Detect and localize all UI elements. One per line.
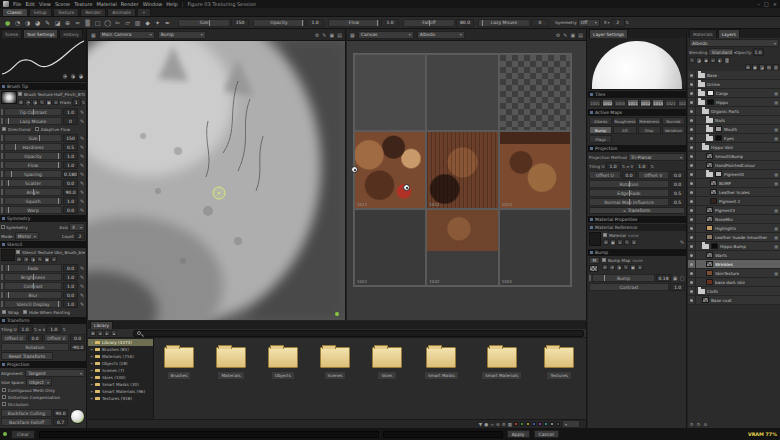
smear-icon[interactable]: ≈ bbox=[73, 18, 82, 27]
workspace-tab-texture[interactable]: Texture bbox=[53, 8, 79, 16]
link-icon[interactable]: ∞ bbox=[626, 164, 630, 169]
rotation-track[interactable]: Rotation bbox=[1, 343, 69, 351]
projection-handle[interactable] bbox=[403, 184, 410, 191]
slider-value[interactable]: 1.0 bbox=[63, 197, 78, 205]
layer-row[interactable]: Pigment0▦ bbox=[688, 170, 780, 179]
mode-dropdown[interactable]: Mirror▾ bbox=[15, 232, 39, 240]
slider-handle[interactable] bbox=[1, 135, 3, 141]
slider-value[interactable]: 1.0 bbox=[63, 300, 78, 308]
visibility-eye-icon[interactable] bbox=[688, 125, 696, 133]
slider-handle[interactable] bbox=[1, 283, 3, 289]
projection-method-dropdown[interactable]: Tri-Planar▾ bbox=[628, 153, 685, 161]
map-button-flags[interactable]: Flags bbox=[589, 135, 612, 143]
udim-tile[interactable]: 1001 bbox=[354, 209, 426, 286]
visibility-eye-icon[interactable] bbox=[688, 179, 696, 187]
clone-stamp-icon[interactable]: ⊕ bbox=[63, 18, 72, 27]
spinner-icon[interactable]: ⇅ bbox=[82, 100, 85, 105]
menu-render[interactable]: Render bbox=[121, 0, 139, 8]
udim-tile[interactable] bbox=[354, 54, 426, 131]
close-button[interactable]: × bbox=[773, 1, 777, 7]
slider-value[interactable]: 90.0 bbox=[63, 188, 78, 196]
brush-tip-thumbnail[interactable] bbox=[1, 91, 17, 104]
slider-handle[interactable] bbox=[1, 198, 3, 204]
library-folder-objects[interactable]: Objects bbox=[268, 344, 298, 419]
edit-pen-icon[interactable]: ✎ bbox=[679, 239, 685, 245]
settings-icon[interactable]: ⚙ bbox=[556, 32, 560, 38]
map-button-bump[interactable]: Bump bbox=[589, 126, 612, 134]
checkbox[interactable] bbox=[18, 92, 22, 96]
offset-u-track[interactable]: Offset U bbox=[589, 171, 621, 179]
layers-tab-layers[interactable]: Layers bbox=[718, 29, 740, 38]
rotation-value[interactable]: -90.0 bbox=[70, 343, 85, 351]
opacity-value[interactable]: 1.0 bbox=[753, 48, 764, 56]
color-sphere-icon[interactable]: ● bbox=[3, 18, 12, 27]
layers-channel-dropdown[interactable]: Albedo▾ bbox=[689, 39, 779, 47]
library-up-icon[interactable]: ▴ bbox=[111, 330, 117, 336]
checkbox[interactable] bbox=[603, 233, 607, 237]
check-occlusion[interactable]: Occlusion bbox=[2, 401, 84, 407]
backface-falloff-value[interactable]: 0.7 bbox=[53, 418, 68, 426]
toolbar-slider[interactable]: Falloff bbox=[403, 19, 455, 27]
library-search-input[interactable] bbox=[133, 330, 584, 337]
udim-tile-textured[interactable]: 1002 bbox=[426, 209, 498, 286]
left-tab-scene[interactable]: Scene bbox=[1, 29, 22, 38]
menu-scene[interactable]: Scene bbox=[55, 0, 70, 8]
toolbar-value[interactable]: 80.0 bbox=[456, 19, 474, 27]
workspace-tab-setup[interactable]: Setup bbox=[29, 8, 52, 16]
layer-row[interactable]: SmoothBump bbox=[688, 152, 780, 161]
curve-preset-button[interactable]: ◑ bbox=[70, 73, 76, 79]
pressure-icon[interactable]: ✎ bbox=[79, 198, 85, 204]
pressure-icon[interactable]: ✎ bbox=[79, 265, 85, 271]
map-button-metalness[interactable]: Metalness bbox=[638, 117, 661, 125]
grid-icon[interactable]: ▦ bbox=[508, 422, 512, 427]
library-folder-smart-materials[interactable]: Smart Materials bbox=[481, 344, 522, 419]
bump-close-icon[interactable]: × bbox=[637, 264, 643, 270]
slider-handle[interactable] bbox=[1, 265, 3, 271]
expand-icon[interactable]: + bbox=[90, 375, 93, 380]
offset-v-track[interactable]: Offset V bbox=[44, 334, 70, 342]
slider-track[interactable]: Size bbox=[4, 134, 62, 142]
stencil-invert-icon[interactable]: ◑ bbox=[30, 256, 36, 262]
move-icon[interactable]: ✎ bbox=[563, 32, 567, 38]
cancel-button[interactable]: Cancel bbox=[534, 430, 559, 438]
bump-edit-icon[interactable]: ✎ bbox=[623, 264, 629, 270]
library-tree-item-brushes[interactable]: +Brushes (85) bbox=[88, 346, 153, 353]
visibility-eye-icon[interactable] bbox=[688, 170, 696, 178]
slider-value[interactable]: 1.0 bbox=[63, 282, 78, 290]
checkbox[interactable] bbox=[23, 310, 27, 314]
size-space-dropdown[interactable]: Object▾ bbox=[26, 378, 52, 386]
material-copy-icon[interactable]: ▣ bbox=[610, 239, 616, 245]
pressure-icon[interactable]: ✎ bbox=[79, 162, 85, 168]
slider-handle[interactable] bbox=[1, 301, 3, 307]
map-button-variation[interactable]: Variation bbox=[662, 126, 685, 134]
slider-track[interactable]: Hardness bbox=[4, 143, 62, 151]
section-header-tiles[interactable]: Tiles bbox=[588, 91, 686, 98]
menu-view[interactable]: View bbox=[39, 0, 51, 8]
menu-texture[interactable]: Texture bbox=[74, 0, 92, 8]
color-swatch[interactable] bbox=[520, 422, 524, 426]
tiling-v-value[interactable]: 1.0 bbox=[46, 325, 61, 333]
visibility-eye-icon[interactable] bbox=[688, 98, 696, 106]
slider-track[interactable]: Rotation bbox=[589, 180, 669, 188]
download-icon[interactable]: ▼ bbox=[479, 422, 482, 427]
layer-row[interactable]: Mouth▦ bbox=[688, 125, 780, 134]
slider-handle[interactable] bbox=[1, 153, 3, 159]
visibility-eye-icon[interactable] bbox=[688, 161, 696, 169]
stencil-edit-icon[interactable]: ✎ bbox=[37, 256, 43, 262]
visibility-eye-icon[interactable] bbox=[688, 143, 696, 151]
layer-action-delete-icon[interactable]: ▥ bbox=[773, 64, 779, 70]
count-value[interactable]: 2 bbox=[75, 232, 85, 240]
offset-u-value[interactable]: 0.0 bbox=[622, 171, 637, 179]
viewport-grid-icon[interactable]: ▦ bbox=[91, 32, 96, 38]
material-refresh-icon[interactable]: ⟳ bbox=[603, 239, 609, 245]
uv-channel-dropdown[interactable]: Albedo▾ bbox=[417, 31, 465, 39]
slider-value[interactable]: 0.5 bbox=[670, 189, 685, 197]
layer-action-add-mask-icon[interactable]: ◪ bbox=[759, 64, 765, 70]
slider-value[interactable]: 1.0 bbox=[63, 273, 78, 281]
offset-v-value[interactable]: 0.0 bbox=[670, 171, 685, 179]
marquee-ellipse-icon[interactable]: ◯ bbox=[103, 18, 112, 27]
map-button-roughness[interactable]: Roughness bbox=[613, 117, 636, 125]
lock-icon[interactable]: ▢ bbox=[679, 275, 685, 281]
udim-button-1002[interactable]: 1002 bbox=[602, 99, 614, 107]
visibility-eye-icon[interactable] bbox=[688, 233, 696, 241]
